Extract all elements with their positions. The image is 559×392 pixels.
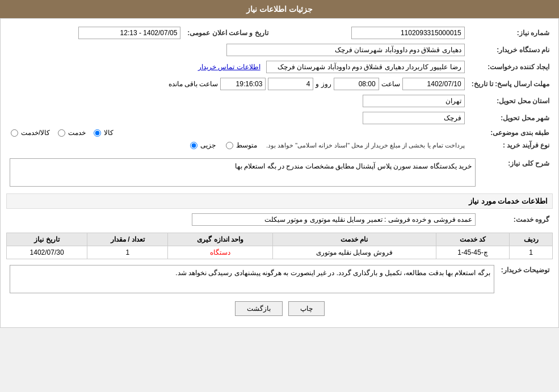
requester-org-input: دهیاری قشلاق دوم داوودآباد شهرستان فرچک	[226, 44, 465, 56]
service-group-table: گروه خدمت: عمده فروشی و خرده فروشی : تعم…	[6, 211, 553, 228]
buyer-notes-value: برگه استعلام بها بدقت مطالعه، تکمیل و با…	[6, 263, 498, 296]
category-goods-service-label: کالا/خدمت	[21, 129, 50, 137]
category-goods-label: کالا	[104, 129, 114, 137]
city-input: فرچک	[363, 112, 465, 124]
category-service-radio[interactable]	[58, 129, 65, 137]
category-service-label: خدمت	[68, 129, 86, 137]
need-number-label: شماره نیاز:	[468, 24, 553, 41]
response-deadline-row: 1402/07/10 ساعت 08:00 روز و 4 19:16:03 س…	[6, 75, 468, 92]
service-group-input: عمده فروشی و خرده فروشی : تعمیر وسایل نق…	[192, 213, 476, 226]
requester-org-value: دهیاری قشلاق دوم داوودآباد شهرستان فرچک	[6, 41, 468, 58]
cell-service-code: چ-45-45-1	[436, 246, 509, 259]
need-description-table: شرح کلی نیاز: خرید یکدستگاه سمند سورن پل…	[6, 156, 553, 189]
need-description-box: خرید یکدستگاه سمند سورن پلاس آپشنال مطاب…	[10, 158, 476, 187]
page-header: جزئیات اطلاعات نیاز	[0, 0, 559, 18]
table-row: 1 چ-45-45-1 فروش وسایل نقلیه موتوری دستگ…	[7, 246, 553, 259]
col-quantity: تعداد / مقدار	[87, 233, 168, 246]
cell-service-name: فروش وسایل نقلیه موتوری	[272, 246, 436, 259]
response-time-input: 08:00	[334, 78, 379, 90]
response-time-label: ساعت	[381, 80, 400, 88]
requester-org-label: نام دستگاه خریدار:	[468, 41, 553, 58]
response-day-label: روز و	[316, 80, 331, 88]
buyer-notes-label: توضیحات خریدار:	[498, 263, 553, 296]
cell-quantity: 1	[87, 246, 168, 259]
cell-row-num: 1	[510, 246, 553, 259]
creator-value: رضا علیپور کاربردار دهیاری قشلاق دوم داو…	[6, 58, 468, 75]
creator-label: ایجاد کننده درخواست:	[468, 58, 553, 75]
purchase-type-medium-radio[interactable]	[226, 142, 233, 149]
purchase-type-partial[interactable]: جزیی	[189, 141, 216, 149]
announcement-date-input: 1402/07/05 - 12:13	[78, 27, 180, 39]
purchase-type-medium-label: متوسط	[236, 141, 257, 149]
purchase-note: پرداخت تمام یا بخشی از مبلغ خریدار از مح…	[266, 142, 465, 149]
city-label: شهر محل تحویل:	[468, 109, 553, 127]
response-days-input: 4	[268, 78, 313, 90]
purchase-type-partial-label: جزیی	[200, 141, 216, 149]
category-label: طبقه بندی موضوعی:	[468, 127, 553, 139]
col-need-date: تاریخ نیاز	[7, 233, 87, 246]
purchase-type-medium[interactable]: متوسط	[225, 141, 257, 149]
province-label: استان محل تحویل:	[468, 92, 553, 109]
category-goods-radio[interactable]	[94, 129, 101, 137]
purchase-type-row: پرداخت تمام یا بخشی از مبلغ خریدار از مح…	[6, 139, 468, 151]
remaining-time-label: ساعت باقی مانده	[169, 80, 218, 88]
buyer-notes-box: برگه استعلام بها بدقت مطالعه، تکمیل و با…	[10, 265, 494, 293]
buyer-notes-table: توضیحات خریدار: برگه استعلام بها بدقت مط…	[6, 263, 553, 296]
info-table: شماره نیاز: 1102093315000015 تاریخ و ساع…	[6, 24, 553, 151]
province-input: تهران	[363, 95, 465, 107]
service-group-label: گروه خدمت:	[479, 211, 553, 228]
services-section-header: اطلاعات خدمات مورد نیاز	[6, 193, 553, 209]
col-unit: واحد اندازه گیری	[168, 233, 272, 246]
services-table: ردیف کد خدمت نام خدمت واحد اندازه گیری ت…	[6, 233, 553, 259]
service-group-value: عمده فروشی و خرده فروشی : تعمیر وسایل نق…	[6, 211, 479, 228]
purchase-type-label: نوع فرآیند خرید :	[468, 139, 553, 151]
category-goods[interactable]: کالا	[93, 129, 114, 137]
category-row: کالا/خدمت خدمت کالا	[6, 127, 468, 139]
col-service-name: نام خدمت	[272, 233, 436, 246]
bottom-buttons: چاپ بازگشت	[6, 301, 553, 322]
province-value: تهران	[6, 92, 468, 109]
cell-need-date: 1402/07/30	[7, 246, 87, 259]
contact-link[interactable]: اطلاعات تماس خریدار	[198, 63, 260, 71]
print-button[interactable]: چاپ	[288, 301, 325, 316]
response-date-input: 1402/07/10	[402, 78, 465, 90]
category-goods-service-radio[interactable]	[11, 129, 18, 137]
response-deadline-label: مهلت ارسال پاسخ: تا تاریخ:	[468, 75, 553, 92]
city-value: فرچک	[6, 109, 468, 127]
back-button[interactable]: بازگشت	[235, 301, 283, 316]
category-service[interactable]: خدمت	[57, 129, 86, 137]
need-description-value: خرید یکدستگاه سمند سورن پلاس آپشنال مطاب…	[6, 156, 479, 189]
col-service-code: کد خدمت	[436, 233, 509, 246]
need-number-input: 1102093315000015	[351, 27, 465, 39]
purchase-type-partial-radio[interactable]	[190, 142, 197, 149]
category-goods-service[interactable]: کالا/خدمت	[10, 129, 50, 137]
cell-unit: دستگاه	[168, 246, 272, 259]
col-row-num: ردیف	[510, 233, 553, 246]
remaining-time-input: 19:16:03	[220, 78, 266, 90]
announcement-date-label: تاریخ و ساعت اعلان عمومی:	[184, 24, 271, 41]
need-description-label: شرح کلی نیاز:	[479, 156, 553, 189]
need-number-value: 1102093315000015	[272, 24, 468, 41]
announcement-date-value: 1402/07/05 - 12:13	[6, 24, 184, 41]
creator-input: رضا علیپور کاربردار دهیاری قشلاق دوم داو…	[266, 61, 465, 73]
